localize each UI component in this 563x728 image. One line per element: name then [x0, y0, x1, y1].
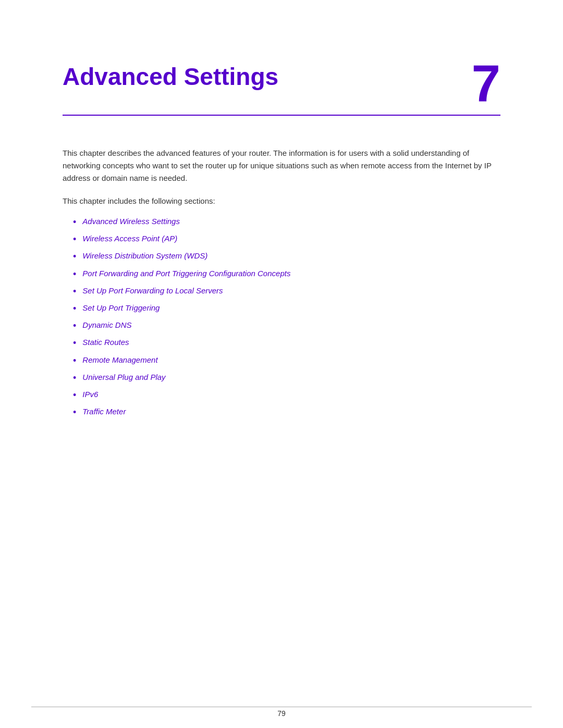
toc-link-3[interactable]: Port Forwarding and Port Triggering Conf…	[82, 268, 290, 280]
toc-list-item: •Dynamic DNS	[73, 319, 500, 332]
content-section: This chapter describes the advanced feat…	[0, 116, 563, 419]
toc-list-item: •Static Routes	[73, 337, 500, 350]
toc-link-5[interactable]: Set Up Port Triggering	[82, 302, 160, 314]
toc-link-8[interactable]: Remote Management	[82, 354, 157, 366]
toc-list-item: •Set Up Port Triggering	[73, 302, 500, 315]
toc-list: •Advanced Wireless Settings•Wireless Acc…	[73, 216, 500, 419]
includes-text: This chapter includes the following sect…	[63, 195, 500, 207]
bullet-icon: •	[73, 372, 76, 385]
toc-list-item: •Universal Plug and Play	[73, 372, 500, 385]
toc-link-2[interactable]: Wireless Distribution System (WDS)	[82, 250, 207, 262]
bullet-icon: •	[73, 285, 76, 298]
title-row: Advanced Settings 7	[63, 63, 500, 116]
bullet-icon: •	[73, 406, 76, 419]
toc-link-1[interactable]: Wireless Access Point (AP)	[82, 233, 177, 245]
toc-link-7[interactable]: Static Routes	[82, 337, 129, 349]
bullet-icon: •	[73, 354, 76, 367]
bullet-icon: •	[73, 233, 76, 246]
footer-line	[31, 707, 532, 707]
toc-link-6[interactable]: Dynamic DNS	[82, 319, 131, 331]
bullet-icon: •	[73, 302, 76, 315]
toc-list-item: •Port Forwarding and Port Triggering Con…	[73, 268, 500, 281]
toc-link-11[interactable]: Traffic Meter	[82, 406, 126, 418]
toc-link-4[interactable]: Set Up Port Forwarding to Local Servers	[82, 285, 223, 297]
toc-link-9[interactable]: Universal Plug and Play	[82, 372, 165, 384]
toc-list-item: •IPv6	[73, 389, 500, 402]
toc-link-10[interactable]: IPv6	[82, 389, 98, 401]
bullet-icon: •	[73, 268, 76, 281]
bullet-icon: •	[73, 389, 76, 402]
bullet-icon: •	[73, 216, 76, 229]
toc-list-item: •Wireless Access Point (AP)	[73, 233, 500, 246]
toc-list-item: •Wireless Distribution System (WDS)	[73, 250, 500, 263]
toc-list-item: •Set Up Port Forwarding to Local Servers	[73, 285, 500, 298]
page-number: 79	[277, 709, 286, 718]
chapter-number: 7	[471, 57, 500, 109]
page-container: Advanced Settings 7 This chapter describ…	[0, 0, 563, 728]
toc-list-item: •Traffic Meter	[73, 406, 500, 419]
bullet-icon: •	[73, 319, 76, 332]
chapter-title: Advanced Settings	[63, 63, 278, 91]
header-section: Advanced Settings 7	[0, 0, 563, 116]
bullet-icon: •	[73, 250, 76, 263]
intro-paragraph: This chapter describes the advanced feat…	[63, 147, 500, 184]
toc-list-item: •Remote Management	[73, 354, 500, 367]
toc-list-item: •Advanced Wireless Settings	[73, 216, 500, 229]
toc-link-0[interactable]: Advanced Wireless Settings	[82, 216, 180, 228]
bullet-icon: •	[73, 337, 76, 350]
